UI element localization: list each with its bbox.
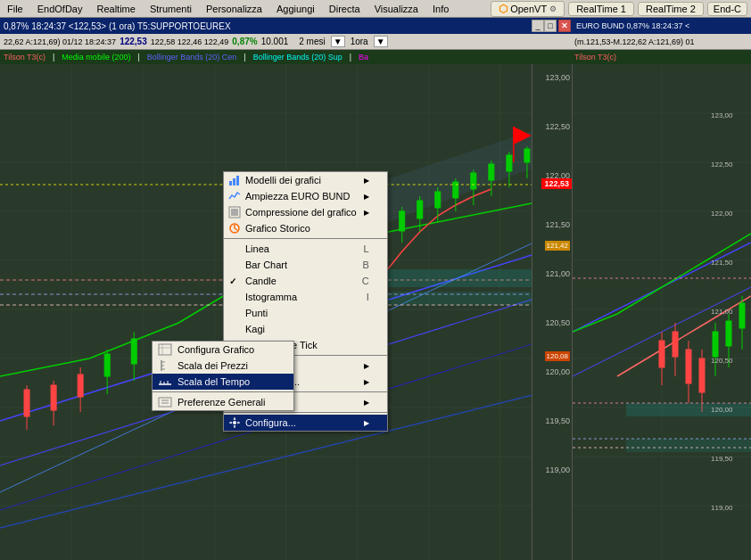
svg-rect-38: [417, 201, 423, 218]
ctx-modelli[interactable]: Modelli dei grafici: [224, 172, 387, 188]
realtime1-tab[interactable]: RealTime 1: [568, 2, 634, 16]
svg-text:122,50: 122,50: [711, 161, 733, 169]
svg-rect-80: [699, 358, 705, 392]
menu-visualizza[interactable]: Visualizza: [371, 3, 422, 15]
indicator-media: Media mobile (200): [62, 53, 130, 62]
indicator-bollinger-sup: Bollinger Bands (20) Sup: [253, 53, 342, 62]
ctx-kagi[interactable]: Kagi: [224, 321, 387, 337]
menu-directa[interactable]: Directa: [326, 3, 364, 15]
right-chart[interactable]: 123,00 122,50 122,00 121,50 121,00 120,5…: [573, 64, 751, 560]
ampiezza-icon: [227, 189, 242, 203]
svg-rect-50: [524, 149, 530, 162]
right-info-text: (m.121,53-M.122,62 A:121,69) 01: [574, 37, 695, 46]
ctx-linea[interactable]: Linea L: [224, 241, 387, 257]
info-text: 22,62 A:121,69) 01/12 18:24:37: [4, 37, 116, 46]
svg-rect-55: [376, 269, 554, 287]
interval-select[interactable]: ▼: [374, 36, 388, 47]
scala-tempo-icon: [156, 375, 174, 389]
menu-personalizza[interactable]: Personalizza: [202, 3, 266, 15]
svg-rect-78: [686, 350, 691, 383]
ctx-grafico-storico-label: Grafico Storico: [245, 223, 310, 234]
svg-point-106: [233, 421, 236, 424]
configura-submenu: Configura Grafico Scala dei Prezzi Scala…: [152, 341, 294, 411]
indicator-sep3: |: [243, 53, 245, 62]
ctx-configura[interactable]: Configura...: [224, 415, 387, 431]
indicator-sep4: |: [350, 53, 351, 62]
svg-rect-107: [159, 344, 171, 355]
left-chart-maximize[interactable]: □: [544, 20, 557, 32]
info-prices: 122,58 122,46 122,49: [151, 37, 229, 46]
ctx-linea-label: Linea: [245, 243, 269, 254]
sub-configura-grafico[interactable]: Configura Grafico: [153, 342, 293, 358]
ctx-istogramma[interactable]: Istogramma I: [224, 289, 387, 305]
svg-rect-44: [471, 173, 476, 189]
config-graph-icon: [156, 342, 174, 357]
sub-sep: [153, 391, 293, 392]
menu-strumenti[interactable]: Strumenti: [146, 3, 195, 15]
storico-icon: [227, 221, 242, 235]
scala-prezzi-icon: [156, 358, 174, 373]
menu-realtime[interactable]: Realtime: [93, 3, 138, 15]
price-1225: 122,50: [545, 122, 570, 131]
left-chart-minimize[interactable]: _: [532, 20, 544, 32]
menu-file[interactable]: File: [4, 3, 27, 15]
period: 2 mesi: [299, 37, 325, 46]
svg-rect-99: [233, 178, 235, 185]
svg-rect-26: [24, 390, 29, 416]
right-chart-svg: 123,00 122,50 122,00 121,50 121,00 120,5…: [573, 64, 751, 560]
chart-title-row: 0,87% 18:24:37 <122,53> (1 ora) T5:SUPPO…: [0, 18, 751, 34]
svg-rect-34: [131, 339, 136, 364]
svg-line-105: [235, 228, 237, 230]
sub-preferenze[interactable]: Preferenze Generali: [153, 394, 293, 410]
svg-rect-46: [489, 164, 494, 180]
left-info-bar: 22,62 A:121,69) 01/12 18:24:37 122,53 12…: [0, 34, 573, 50]
svg-text:120,50: 120,50: [711, 357, 733, 365]
price-120-08: 120,08: [545, 351, 570, 361]
indicator-tilson: Tilson T3(c): [4, 53, 45, 62]
timeframe-select[interactable]: ▼: [331, 36, 345, 47]
price-119: 119,00: [545, 465, 570, 474]
svg-text:121,00: 121,00: [711, 308, 733, 316]
pct-change: 0,87%: [232, 37, 257, 46]
svg-rect-86: [739, 303, 745, 328]
menu-bar: File EndOfDay Realtime Strumenti Persona…: [0, 0, 751, 18]
ctx-sep1: [224, 238, 387, 239]
ctx-candle[interactable]: ✓ Candle C: [224, 273, 387, 289]
current-price-badge: 122,53: [541, 178, 572, 189]
svg-text:121,50: 121,50: [711, 259, 733, 267]
current-price: 122,53: [120, 37, 147, 46]
sub-scala-tempo[interactable]: Scala del Tempo: [153, 374, 293, 390]
ctx-punti[interactable]: Punti: [224, 305, 387, 321]
indicator-sep1: |: [53, 53, 54, 62]
menu-endofday[interactable]: EndOfDay: [34, 3, 87, 15]
svg-rect-28: [51, 385, 56, 410]
openvt-button[interactable]: ⬡ OpenVT ⚙: [491, 1, 565, 17]
menu-aggiungi[interactable]: Aggiungi: [273, 3, 318, 15]
left-chart-titlebar: 0,87% 18:24:37 <122,53> (1 ora) T5:SUPPO…: [0, 18, 573, 34]
indicator-sep2: |: [137, 53, 139, 62]
svg-rect-82: [713, 332, 718, 357]
svg-rect-74: [659, 341, 664, 367]
realtime2-tab[interactable]: RealTime 2: [638, 2, 704, 16]
menu-info[interactable]: Info: [429, 3, 452, 15]
sub-scala-prezzi[interactable]: Scala dei Prezzi: [153, 358, 293, 374]
right-chart-title: EURO BUND 0,87% 18:24:37 <: [576, 21, 689, 30]
endc-tab[interactable]: End-C: [707, 2, 747, 16]
svg-rect-32: [104, 354, 110, 376]
ctx-compressione[interactable]: Compressione del grafico: [224, 204, 387, 220]
sub-scala-tempo-label: Scala del Tempo: [177, 376, 250, 387]
sub-preferenze-label: Preferenze Generali: [177, 397, 265, 408]
svg-rect-30: [78, 375, 83, 397]
left-chart-close[interactable]: ✕: [558, 20, 571, 32]
svg-rect-76: [673, 332, 678, 357]
ctx-ampiezza[interactable]: Ampiezza EURO BUND: [224, 188, 387, 204]
right-indicator-tilson: Tilson T3(c): [574, 53, 616, 62]
ctx-bar-chart[interactable]: Bar Chart B: [224, 257, 387, 273]
ctx-grafico-storico[interactable]: Grafico Storico: [224, 220, 387, 236]
price-1215: 121,50: [545, 220, 570, 229]
preferenze-icon: [156, 395, 174, 409]
configura-icon: [227, 416, 242, 430]
left-price-scale: 123,00 122,50 122,00 121,50 121,00 120,5…: [532, 64, 572, 560]
ctx-compressione-label: Compressione del grafico: [245, 207, 357, 218]
svg-rect-100: [236, 176, 239, 185]
